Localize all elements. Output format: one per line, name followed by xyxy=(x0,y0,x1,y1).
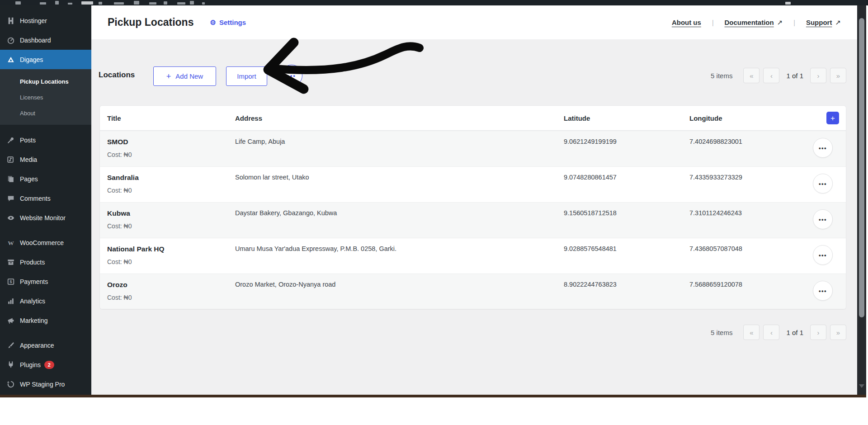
sidebar-item-label: Marketing xyxy=(20,317,47,324)
scrollbar[interactable] xyxy=(857,5,866,395)
media-icon xyxy=(6,155,15,164)
sidebar-item-wp-staging-pro[interactable]: WP Staging Pro xyxy=(0,374,91,394)
woocommerce-icon: W xyxy=(6,238,15,247)
previous-page-button[interactable]: ‹ xyxy=(763,325,779,340)
plus-icon: + xyxy=(166,72,171,80)
sidebar-item-hostinger[interactable]: Hostinger xyxy=(0,11,91,30)
scrollbar-down-arrow[interactable] xyxy=(859,384,864,388)
column-header-address: Address xyxy=(235,114,564,122)
row-actions-cell: ••• xyxy=(806,274,846,309)
sidebar-item-plugins[interactable]: Plugins2 xyxy=(0,355,91,374)
sidebar-item-media[interactable]: Media xyxy=(0,150,91,169)
header-link-support[interactable]: Support↗ xyxy=(806,19,841,27)
gear-icon: ⚙ xyxy=(210,19,216,26)
table-body: SMODCost: ₦0Life Camp, Abuja9.0621249199… xyxy=(100,131,846,309)
location-address: Umaru Musa Yar'adua Expressway, P.M.B. 0… xyxy=(235,238,564,274)
sidebar-item-woocommerce[interactable]: WWooCommerce xyxy=(0,233,91,252)
sidebar-item-appearance[interactable]: Appearance xyxy=(0,335,91,355)
sidebar-subitem-about[interactable]: About xyxy=(0,105,91,121)
settings-link[interactable]: ⚙ Settings xyxy=(210,19,246,26)
eye-icon xyxy=(6,213,15,222)
next-page-button[interactable]: › xyxy=(810,325,826,340)
sidebar-item-digages[interactable]: Digages xyxy=(0,50,91,69)
header-link-documentation[interactable]: Documentation↗ xyxy=(725,19,783,27)
location-longitude: 7.4335933273329 xyxy=(689,167,806,202)
plugin-page-header: Pickup Locations ⚙ Settings About us|Doc… xyxy=(91,5,857,39)
add-location-button[interactable]: + xyxy=(826,112,839,124)
adminbar-icon-fragment xyxy=(81,1,93,5)
section-title: Locations xyxy=(99,71,135,80)
header-link-label: About us xyxy=(672,19,701,26)
location-cost: Cost: ₦0 xyxy=(107,222,235,230)
payments-icon: $ xyxy=(6,277,15,286)
digages-submenu: Pickup LocationsLicensesAbout xyxy=(0,69,91,125)
sidebar-item-label: WP Staging Pro xyxy=(20,381,65,388)
first-page-button[interactable]: « xyxy=(743,68,760,83)
last-page-button[interactable]: » xyxy=(830,325,846,340)
sidebar-item-label: Website Monitor xyxy=(20,214,66,222)
location-longitude: 7.4368057087048 xyxy=(689,238,806,274)
location-cost: Cost: ₦0 xyxy=(107,294,235,301)
locations-table: TitleAddressLatitudeLongitude+ SMODCost:… xyxy=(99,105,846,309)
row-actions-cell: ••• xyxy=(806,167,846,202)
items-count: 5 items xyxy=(711,329,732,336)
add-new-button[interactable]: + Add New xyxy=(153,66,216,86)
sidebar-item-payments[interactable]: $Payments xyxy=(0,272,91,291)
location-address: Orozo Market, Orozo-Nyanya road xyxy=(235,274,564,309)
adminbar-icon-fragment xyxy=(190,1,194,5)
column-header-longitude: Longitude xyxy=(689,114,806,122)
previous-page-button[interactable]: ‹ xyxy=(763,68,779,83)
add-new-label: Add New xyxy=(175,72,203,80)
pagination-top: 5 items«‹1 of 1›» xyxy=(711,68,846,83)
appearance-icon xyxy=(6,341,15,350)
location-cost: Cost: ₦0 xyxy=(107,187,235,194)
sidebar-subitem-licenses[interactable]: Licenses xyxy=(0,90,91,105)
location-title: SMOD xyxy=(107,138,235,146)
row-actions-button[interactable]: ••• xyxy=(813,138,833,158)
header-link-label: Documentation xyxy=(725,19,774,26)
svg-text:$: $ xyxy=(9,279,12,284)
header-link-about-us[interactable]: About us xyxy=(672,19,701,26)
location-latitude: 9.0288576548481 xyxy=(564,238,689,274)
row-actions-button[interactable]: ••• xyxy=(813,174,833,194)
comments-icon xyxy=(6,194,15,203)
dashboard-icon xyxy=(6,36,15,45)
page-title: Pickup Locations xyxy=(108,16,193,28)
column-header-title: Title xyxy=(100,114,235,122)
row-actions-button[interactable]: ••• xyxy=(813,281,833,301)
sidebar-item-pages[interactable]: Pages xyxy=(0,169,91,189)
pagination-bottom: 5 items«‹1 of 1›» xyxy=(711,325,846,340)
sidebar-item-analytics[interactable]: Analytics xyxy=(0,291,91,311)
scrollbar-thumb[interactable] xyxy=(859,18,864,317)
location-latitude: 9.0621249199199 xyxy=(564,131,689,166)
row-actions-button[interactable]: ••• xyxy=(813,245,833,265)
sidebar-item-website-monitor[interactable]: Website Monitor xyxy=(0,208,91,227)
import-button[interactable]: Import xyxy=(226,66,267,86)
first-page-button[interactable]: « xyxy=(743,325,760,340)
admin-sidebar: HostingerDashboardDigagesPickup Location… xyxy=(0,5,91,395)
sidebar-item-label: Dashboard xyxy=(20,37,51,44)
row-actions-cell: ••• xyxy=(806,131,846,166)
sidebar-item-label: Pages xyxy=(20,175,38,183)
last-page-button[interactable]: » xyxy=(830,68,846,83)
adminbar-icon-fragment xyxy=(134,1,139,5)
sidebar-item-comments[interactable]: Comments xyxy=(0,189,91,208)
sidebar-item-label: Media xyxy=(20,156,37,163)
row-title-cell: SandraliaCost: ₦0 xyxy=(100,167,235,202)
sidebar-subitem-pickup-locations[interactable]: Pickup Locations xyxy=(0,74,91,90)
location-cost: Cost: ₦0 xyxy=(107,151,235,158)
header-link-separator: | xyxy=(793,19,795,26)
sidebar-item-dashboard[interactable]: Dashboard xyxy=(0,30,91,50)
next-page-button[interactable]: › xyxy=(810,68,826,83)
header-link-separator: | xyxy=(712,19,714,26)
sidebar-item-label: Posts xyxy=(20,137,36,144)
row-actions-button[interactable]: ••• xyxy=(813,209,833,229)
location-latitude: 9.0748280861457 xyxy=(564,167,689,202)
sidebar-item-marketing[interactable]: Marketing xyxy=(0,311,91,330)
sidebar-item-posts[interactable]: Posts xyxy=(0,130,91,150)
admin-menu: HostingerDashboardDigagesPickup Location… xyxy=(0,11,91,394)
more-options-button[interactable]: ••• xyxy=(281,65,302,86)
sidebar-item-products[interactable]: Products xyxy=(0,252,91,272)
analytics-icon xyxy=(6,297,15,306)
pin-icon xyxy=(6,136,15,145)
